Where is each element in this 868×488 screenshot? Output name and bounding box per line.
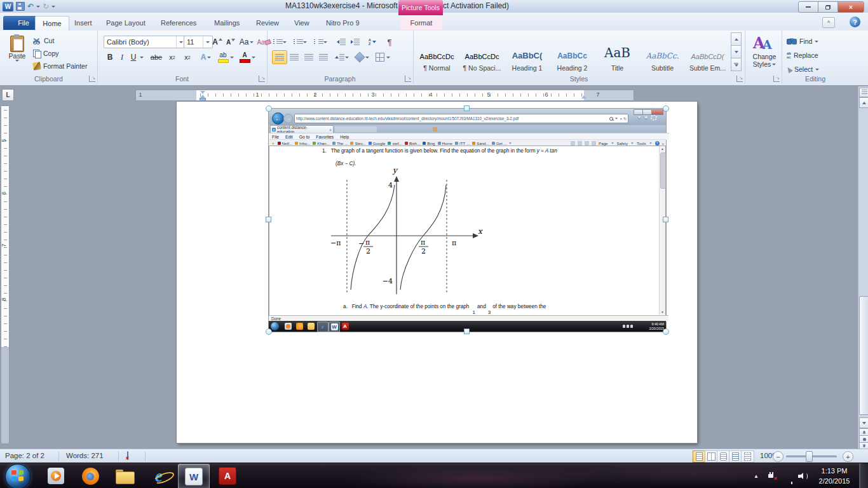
vertical-ruler[interactable]: 5 6 7 8 [1,105,10,444]
bullets-button[interactable] [272,35,287,49]
selection-handle-top[interactable] [464,105,470,111]
styles-dialog-launcher[interactable]: ↘ [736,76,743,82]
selection-handle-topleft[interactable] [266,105,272,112]
show-desktop-button[interactable] [859,463,868,488]
change-styles-launcher[interactable]: ↘ [773,76,780,82]
next-page-button[interactable] [859,442,868,449]
taskbar-ie[interactable]: e [144,464,174,488]
scrollbar-thumb[interactable] [859,296,868,415]
change-styles-button[interactable]: AA Change Styles [750,33,779,76]
document-page[interactable]: ← → http://www.content.distance-educatio… [177,102,697,443]
select-button[interactable]: Select [787,64,819,75]
tab-home[interactable]: Home [35,16,69,30]
styles-scroll-up[interactable] [731,32,742,46]
highlight-button[interactable]: ab [215,50,236,64]
format-painter-button[interactable]: Format Painter [33,60,87,72]
horizontal-ruler[interactable]: 1 1 2 3 4 5 6 7 [135,90,634,101]
fullscreen-reading-view-button[interactable] [705,451,718,463]
cut-button[interactable]: Cut [33,35,54,46]
selection-handle-left[interactable] [266,217,271,222]
underline-dropdown[interactable] [138,50,146,64]
network-icon[interactable] [791,473,793,488]
grow-font-button[interactable]: A [210,36,224,48]
volume-icon[interactable] [798,472,807,480]
align-center-button[interactable] [287,50,302,64]
document-scrollbar[interactable] [858,86,868,449]
minimize-button[interactable] [798,1,818,13]
taskbar-clock[interactable]: 1:13 PM2/20/2015 [815,466,854,486]
font-size-select[interactable]: 11 [184,36,213,48]
increase-indent-button[interactable] [348,35,362,49]
style-no-spacing[interactable]: AaBbCcDc¶ No Spaci... [459,33,505,75]
web-layout-view-button[interactable] [717,451,730,463]
styles-gallery-more[interactable] [731,58,742,71]
paragraph-dialog-launcher[interactable]: ↘ [405,76,411,82]
style-heading2[interactable]: AaBbCcHeading 2 [550,33,595,75]
power-icon[interactable]: × [767,471,775,480]
scroll-up-button[interactable] [859,97,868,108]
paste-button[interactable]: Paste [4,33,31,74]
left-indent-marker[interactable] [200,98,206,101]
decrease-indent-button[interactable] [334,35,348,49]
page-indicator[interactable]: Page: 2 of 2 [5,452,44,459]
font-dialog-launcher[interactable]: ↘ [259,76,265,82]
taskbar-adobe[interactable]: A [212,464,243,488]
subscript-button[interactable]: x2 [165,50,180,64]
right-indent-marker[interactable] [581,95,587,98]
numbering-button[interactable] [292,35,308,49]
taskbar-wmp[interactable] [41,464,71,488]
change-case-button[interactable]: Aa [237,36,256,48]
scroll-down-button[interactable] [859,417,868,428]
tab-nitro-pro[interactable]: Nitro Pro 9 [320,16,365,30]
close-button[interactable]: × [837,1,864,13]
strikethrough-button[interactable]: abe [148,50,165,64]
taskbar-firefox[interactable] [75,464,105,488]
selection-handle-bottomright[interactable] [663,329,669,335]
taskbar-word[interactable]: W [178,464,210,488]
align-right-button[interactable] [301,50,316,64]
style-subtitle[interactable]: AaBbCc.Subtitle [640,33,685,75]
embedded-screenshot-image[interactable]: ← → http://www.content.distance-educatio… [268,108,667,332]
selection-handle-topright[interactable] [663,105,669,112]
align-left-button[interactable] [272,50,287,64]
italic-button[interactable]: I [116,50,128,64]
shading-button[interactable] [353,50,371,64]
selection-handle-bottomleft[interactable] [266,329,272,335]
tab-view[interactable]: View [288,16,315,30]
clipboard-dialog-launcher[interactable]: ↘ [89,76,95,82]
style-title[interactable]: AaBTitle [595,33,640,75]
outline-view-button[interactable] [729,451,742,463]
selection-handle-bottom[interactable] [464,329,470,334]
font-name-dropdown-icon[interactable] [176,36,183,48]
font-size-dropdown-icon[interactable] [203,36,210,48]
tab-review[interactable]: Review [250,16,285,30]
shrink-font-button[interactable]: A [224,36,237,48]
tab-page-layout[interactable]: Page Layout [100,16,151,30]
bold-button[interactable]: B [104,50,116,64]
tab-format[interactable]: Format [400,16,442,30]
hidden-icons-button[interactable]: ▲ [754,473,759,479]
zoom-in-button[interactable]: + [843,451,853,462]
sort-button[interactable]: AZ [365,35,380,49]
zoom-out-button[interactable]: − [773,451,783,462]
zoom-slider-thumb[interactable] [806,451,813,462]
superscript-button[interactable]: x2 [180,50,195,64]
replace-button[interactable]: abacReplace [787,50,818,61]
borders-button[interactable] [374,50,391,64]
tab-references[interactable]: References [155,16,202,30]
styles-scroll-down[interactable] [731,45,742,58]
copy-button[interactable]: Copy [33,48,59,59]
tab-insert[interactable]: Insert [69,16,98,30]
line-spacing-button[interactable] [333,50,351,64]
tab-mailings[interactable]: Mailings [208,16,245,30]
help-button[interactable]: ? [850,17,860,27]
print-layout-view-button[interactable] [693,451,706,463]
collapse-ribbon-button[interactable]: ^ [822,17,835,28]
first-line-indent-marker[interactable] [200,91,205,94]
multilevel-list-button[interactable] [313,35,328,49]
find-button[interactable]: Find [787,36,818,47]
selection-handle-right[interactable] [663,217,668,222]
proofing-errors-icon[interactable]: × [127,451,128,460]
restore-button[interactable] [818,1,838,13]
justify-button[interactable] [316,50,331,64]
